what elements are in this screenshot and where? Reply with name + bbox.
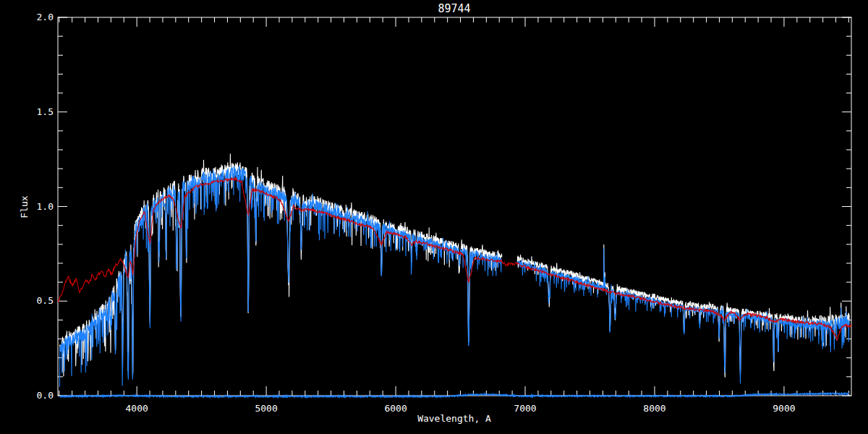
- x-tick-label: 4000: [126, 403, 148, 414]
- y-tick-label: 1.0: [37, 201, 54, 212]
- x-tick-label: 6000: [384, 403, 407, 414]
- chart-title: 89744: [438, 2, 470, 15]
- y-tick-label: 0.0: [37, 390, 54, 401]
- x-tick-label: 5000: [255, 403, 277, 414]
- chart-background: [0, 0, 868, 434]
- y-tick-label: 0.5: [37, 295, 54, 306]
- spectrum-chart: 89744 400050006000700080009000 0.00.51.0…: [0, 0, 868, 434]
- x-tick-label: 7000: [514, 403, 536, 414]
- x-tick-label: 8000: [643, 403, 665, 414]
- spectrum-plot-window: { "chart_data": { "type": "line", "title…: [0, 0, 868, 434]
- x-axis-label: Wavelength, A: [417, 413, 491, 424]
- x-tick-label: 9000: [773, 403, 795, 414]
- y-axis-label: Flux: [19, 195, 30, 218]
- y-tick-label: 1.5: [37, 106, 54, 117]
- y-tick-label: 2.0: [37, 12, 54, 22]
